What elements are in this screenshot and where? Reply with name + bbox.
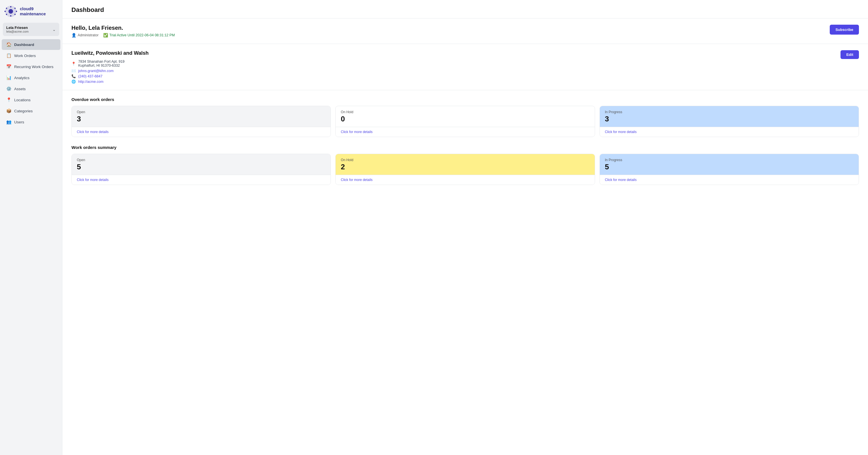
gear-icon (4, 5, 17, 18)
sidebar-item-users[interactable]: 👥 Users (2, 117, 60, 127)
company-phone-row: 📞 (240) 437-6847 (71, 74, 149, 78)
user-menu[interactable]: Lela Friesen lela@acme.com ⌄ (3, 23, 59, 36)
overdue-onhold-card[interactable]: On Hold 0 Click for more details (335, 106, 595, 137)
overdue-onhold-link[interactable]: Click for more details (336, 127, 594, 137)
box-icon: 📦 (6, 108, 11, 113)
trial-text: Trial Active Until 2022-06-04 08:31:12 P… (110, 33, 175, 37)
home-icon: 🏠 (6, 42, 11, 47)
person-icon: 👤 (71, 33, 76, 37)
company-website-link[interactable]: http://acme.com (78, 80, 103, 84)
top-bar: Dashboard (62, 0, 868, 19)
summary-open-status: Open (77, 158, 326, 162)
map-pin-icon: 📍 (71, 62, 76, 66)
summary-inprogress-link[interactable]: Click for more details (600, 175, 859, 185)
summary-onhold-link[interactable]: Click for more details (336, 175, 594, 185)
overdue-onhold-status: On Hold (341, 110, 589, 114)
overdue-cards-row: Open 3 Click for more details On Hold 0 … (71, 106, 859, 137)
main-content: Dashboard Hello, Lela Friesen. 👤 Adminis… (62, 0, 868, 455)
summary-open-link[interactable]: Click for more details (72, 175, 331, 185)
dashboard-body: Overdue work orders Open 3 Click for mor… (62, 90, 868, 200)
trial-badge: ✅ Trial Active Until 2022-06-04 08:31:12… (103, 33, 175, 37)
overdue-open-status: Open (77, 110, 326, 114)
company-website-row: 🌐 http://acme.com (71, 79, 149, 84)
sidebar-item-analytics[interactable]: 📊 Analytics (2, 72, 60, 83)
summary-onhold-status: On Hold (341, 158, 589, 162)
phone-icon: 📞 (71, 74, 76, 78)
sidebar-item-locations[interactable]: 📍 Locations (2, 94, 60, 105)
sidebar-nav: 🏠 Dashboard 📋 Work Orders 📅 Recurring Wo… (0, 39, 62, 127)
users-icon: 👥 (6, 119, 11, 124)
sidebar-item-label: Categories (14, 109, 33, 113)
user-name: Lela Friesen (6, 26, 29, 30)
sidebar-item-label: Analytics (14, 76, 29, 80)
chevron-down-icon: ⌄ (53, 27, 56, 32)
location-icon: 📍 (6, 97, 11, 103)
overdue-section-title: Overdue work orders (71, 97, 859, 102)
calendar-icon: 📅 (6, 64, 11, 69)
company-email-row: ✉️ johns.grant@kihn.com (71, 69, 149, 73)
summary-open-card[interactable]: Open 5 Click for more details (71, 154, 331, 185)
summary-section-title: Work orders summary (71, 145, 859, 150)
summary-inprogress-card[interactable]: In Progress 5 Click for more details (599, 154, 859, 185)
company-address: 📍 7834 Shanahan Fort Apt. 919 Kuphalfurt… (71, 60, 149, 67)
company-name: Lueilwitz, Powlowski and Walsh (71, 50, 149, 56)
globe-icon: 🌐 (71, 79, 76, 84)
sidebar-item-assets[interactable]: ⚙️ Assets (2, 83, 60, 94)
sidebar-item-work-orders[interactable]: 📋 Work Orders (2, 50, 60, 61)
subscribe-button[interactable]: Subscribe (830, 25, 859, 35)
company-section: Lueilwitz, Powlowski and Walsh 📍 7834 Sh… (62, 44, 868, 90)
summary-cards-row: Open 5 Click for more details On Hold 2 … (71, 154, 859, 185)
summary-open-count: 5 (77, 163, 326, 171)
sidebar-item-label: Users (14, 120, 24, 124)
summary-inprogress-status: In Progress (605, 158, 854, 162)
overdue-open-card[interactable]: Open 3 Click for more details (71, 106, 331, 137)
clipboard-icon: 📋 (6, 53, 11, 58)
user-email: lela@acme.com (6, 30, 29, 33)
mail-icon: ✉️ (71, 69, 76, 73)
sidebar-item-label: Recurring Work Orders (14, 65, 54, 69)
overdue-open-link[interactable]: Click for more details (72, 127, 331, 137)
greeting-section: Hello, Lela Friesen. 👤 Administrator ✅ T… (62, 19, 868, 44)
company-phone-link[interactable]: (240) 437-6847 (78, 74, 102, 78)
role-label: Administrator (78, 33, 99, 37)
svg-point-1 (9, 10, 12, 13)
sidebar-item-label: Work Orders (14, 54, 36, 58)
overdue-onhold-count: 0 (341, 115, 589, 123)
edit-button[interactable]: Edit (840, 50, 859, 59)
sidebar-item-label: Dashboard (14, 42, 34, 47)
summary-inprogress-count: 5 (605, 163, 854, 171)
sidebar-item-recurring-work-orders[interactable]: 📅 Recurring Work Orders (2, 61, 60, 72)
summary-onhold-card[interactable]: On Hold 2 Click for more details (335, 154, 595, 185)
sidebar-item-label: Assets (14, 87, 26, 91)
overdue-inprogress-status: In Progress (605, 110, 854, 114)
gear-small-icon: ⚙️ (6, 86, 11, 91)
sidebar: cloud9 maintenance Lela Friesen lela@acm… (0, 0, 62, 455)
overdue-inprogress-card[interactable]: In Progress 3 Click for more details (599, 106, 859, 137)
overdue-open-count: 3 (77, 115, 326, 123)
chart-icon: 📊 (6, 75, 11, 80)
company-email-link[interactable]: johns.grant@kihn.com (78, 69, 114, 73)
sidebar-item-categories[interactable]: 📦 Categories (2, 106, 60, 116)
sidebar-item-label: Locations (14, 98, 31, 102)
app-logo: cloud9 maintenance (0, 0, 62, 23)
summary-onhold-count: 2 (341, 163, 589, 171)
overdue-inprogress-link[interactable]: Click for more details (600, 127, 859, 137)
greeting-text: Hello, Lela Friesen. (71, 25, 175, 31)
check-circle-icon: ✅ (103, 33, 108, 37)
overdue-inprogress-count: 3 (605, 115, 854, 123)
logo-text: cloud9 maintenance (20, 6, 46, 17)
page-title: Dashboard (71, 6, 859, 13)
sidebar-item-dashboard[interactable]: 🏠 Dashboard (2, 39, 60, 50)
role-badge: 👤 Administrator (71, 33, 99, 37)
